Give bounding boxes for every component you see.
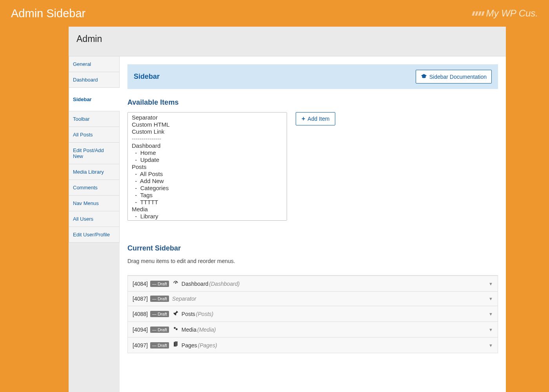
dash-icon [172, 280, 179, 287]
svg-rect-3 [175, 341, 177, 346]
plus-icon: + [302, 116, 305, 122]
subnav-item-comments[interactable]: Comments [69, 180, 120, 195]
row-label: Pages [182, 342, 197, 348]
chevron-down-icon[interactable]: ▼ [489, 327, 493, 332]
sub-navigation: GeneralDashboardSidebarToolbarAll PostsE… [69, 56, 120, 392]
brand-stripes-icon [473, 11, 484, 16]
row-label: Media [182, 327, 196, 333]
section-banner: Sidebar Sidebar Documentation [127, 64, 498, 89]
row-id: [4087] [133, 296, 148, 302]
available-items-heading: Available Items [127, 98, 498, 107]
sidebar-row[interactable]: [4084]— DraftDashboard (Dashboard)▼ [127, 276, 498, 292]
subnav-item-dashboard[interactable]: Dashboard [69, 72, 120, 87]
subnav-item-nav-menus[interactable]: Nav Menus [69, 195, 120, 211]
subnav-item-sidebar[interactable]: Sidebar [69, 87, 120, 111]
topbar: Admin Sidebar My WP Cus. [0, 0, 549, 27]
available-item-option[interactable]: - All Posts [129, 171, 285, 178]
subnav-item-media-library[interactable]: Media Library [69, 164, 120, 180]
available-item-option[interactable]: - Library [129, 213, 285, 220]
sidebar-row[interactable]: [4094]— DraftMedia (Media)▼ [127, 322, 498, 338]
available-item-option[interactable]: Posts [129, 163, 285, 171]
subnav-item-edit-post-add-new[interactable]: Edit Post/Add New [69, 142, 120, 164]
subnav-item-general[interactable]: General [69, 56, 120, 72]
sidebar-documentation-button[interactable]: Sidebar Documentation [416, 70, 492, 83]
chevron-down-icon[interactable]: ▼ [489, 296, 493, 301]
subnav-item-all-users[interactable]: All Users [69, 211, 120, 227]
available-item-option[interactable]: - Add New [129, 178, 285, 185]
brand-logo: My WP Cus. [473, 8, 538, 19]
row-subtitle: (Media) [197, 327, 216, 333]
subnav-item-all-posts[interactable]: All Posts [69, 127, 120, 142]
available-item-option[interactable]: Separator [129, 114, 285, 121]
available-item-option[interactable]: - Categories [129, 185, 285, 192]
row-id: [4094] [133, 327, 148, 333]
available-items-row: SeparatorCustom HTMLCustom Link---------… [127, 112, 498, 221]
available-item-option[interactable]: Dashboard [129, 142, 285, 149]
sidebar-row[interactable]: [4088]— DraftPosts (Posts)▼ [127, 306, 498, 322]
draft-badge: — Draft [150, 342, 169, 348]
draft-badge: — Draft [150, 281, 169, 287]
available-item-option[interactable]: Custom HTML [129, 121, 285, 128]
available-item-option[interactable]: - Update [129, 156, 285, 163]
row-id: [4084] [133, 281, 148, 287]
sidebar-items-list: [4084]— DraftDashboard (Dashboard)▼[4087… [127, 275, 498, 353]
add-item-button[interactable]: + Add Item [296, 112, 335, 125]
subnav-item-edit-user-profile[interactable]: Edit User/Profile [69, 227, 120, 243]
row-label: Dashboard [182, 281, 209, 287]
row-subtitle: (Posts) [196, 311, 213, 317]
row-subtitle: (Dashboard) [209, 281, 240, 287]
available-item-option[interactable]: - Home [129, 149, 285, 156]
chevron-down-icon[interactable]: ▼ [489, 312, 493, 316]
add-item-label: Add Item [307, 116, 329, 122]
available-item-option[interactable]: Media [129, 206, 285, 213]
panel-heading: Admin [69, 27, 506, 56]
sidebar-row[interactable]: [4087]— DraftSeparator ▼ [127, 292, 498, 306]
draft-badge: — Draft [150, 311, 169, 317]
available-items-select[interactable]: SeparatorCustom HTMLCustom Link---------… [127, 112, 287, 221]
row-subtitle: (Pages) [198, 342, 217, 348]
admin-panel: Admin GeneralDashboardSidebarToolbarAll … [69, 27, 506, 392]
row-label: Posts [182, 311, 195, 317]
chevron-down-icon[interactable]: ▼ [489, 281, 493, 286]
row-id: [4097] [133, 342, 148, 348]
available-item-option[interactable]: - Tags [129, 192, 285, 199]
available-item-option[interactable]: - TTTTT [129, 199, 285, 206]
banner-title: Sidebar [134, 73, 160, 81]
pin-icon [172, 310, 179, 318]
brand-text: My WP Cus. [486, 8, 538, 19]
subnav-item-toolbar[interactable]: Toolbar [69, 111, 120, 127]
media-icon [172, 326, 179, 333]
content-area: Sidebar Sidebar Documentation Available … [120, 56, 506, 392]
reorder-hint: Drag menu items to edit and reorder menu… [127, 258, 498, 264]
panel-body: GeneralDashboardSidebarToolbarAll PostsE… [69, 56, 506, 392]
available-item-option[interactable]: Custom Link [129, 128, 285, 135]
page-icon [172, 341, 179, 349]
svg-rect-1 [176, 281, 177, 283]
graduation-cap-icon [421, 73, 427, 80]
chevron-down-icon[interactable]: ▼ [489, 343, 493, 348]
row-id: [4088] [133, 311, 148, 317]
current-sidebar-heading: Current Sidebar [127, 244, 498, 252]
doc-button-label: Sidebar Documentation [429, 74, 487, 80]
draft-badge: — Draft [150, 327, 169, 333]
draft-badge: — Draft [150, 296, 169, 302]
row-label: Separator [172, 296, 196, 302]
sidebar-row[interactable]: [4097]— DraftPages (Pages)▼ [127, 338, 498, 353]
page-title: Admin Sidebar [11, 7, 85, 20]
available-item-option[interactable]: --------------- [129, 135, 285, 142]
